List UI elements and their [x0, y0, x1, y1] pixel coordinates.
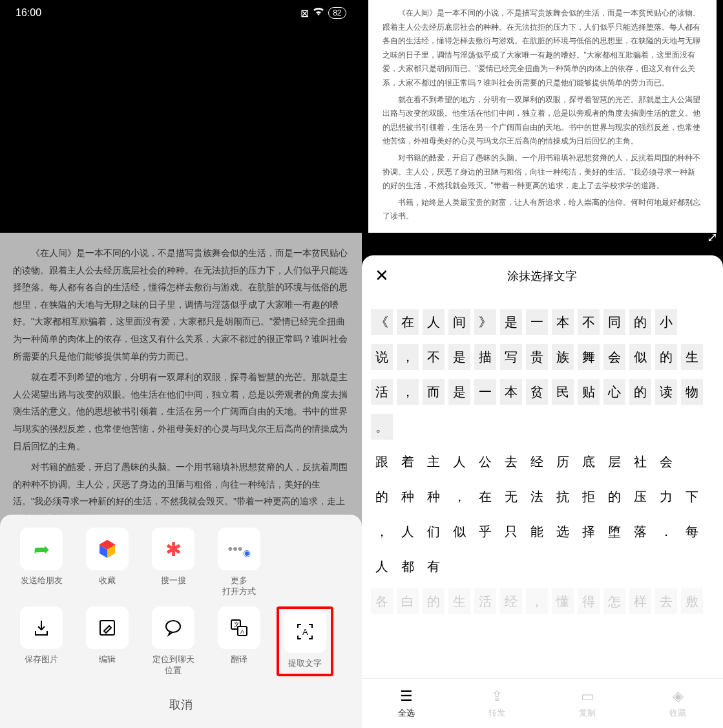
char-cell[interactable]: 人 — [448, 449, 470, 475]
char-cell[interactable]: 下 — [681, 484, 703, 509]
char-cell[interactable]: 同 — [603, 309, 625, 335]
char-cell[interactable]: 活 — [474, 588, 496, 614]
extract-text[interactable]: A 提取文字 — [277, 606, 333, 676]
char-cell[interactable]: 写 — [500, 344, 522, 370]
char-cell[interactable]: 历 — [552, 449, 574, 475]
char-cell[interactable]: 似 — [448, 519, 470, 544]
char-cell[interactable]: 主 — [423, 449, 445, 475]
char-cell[interactable]: 拒 — [578, 484, 600, 509]
char-cell[interactable]: 读 — [655, 379, 677, 405]
char-cell[interactable]: ， — [448, 484, 470, 509]
char-cell[interactable]: 贴 — [578, 379, 600, 405]
char-cell[interactable]: 都 — [397, 553, 419, 579]
char-cell[interactable]: 各 — [371, 588, 393, 614]
char-cell[interactable]: 人 — [397, 519, 419, 544]
more-open-with[interactable]: •••◉ 更多 打开方式 — [211, 528, 267, 597]
char-cell[interactable]: 着 — [397, 449, 419, 475]
char-cell[interactable]: ， — [371, 519, 393, 544]
char-cell[interactable]: 种 — [397, 484, 419, 509]
char-cell[interactable]: 白 — [397, 588, 419, 614]
char-cell[interactable]: 会 — [655, 449, 677, 475]
char-cell[interactable]: 在 — [397, 309, 419, 335]
char-cell[interactable]: 人 — [423, 309, 445, 335]
char-cell[interactable]: 是 — [448, 344, 470, 370]
translate[interactable]: 文A 翻译 — [211, 606, 267, 676]
char-cell[interactable]: 本 — [500, 379, 522, 405]
share-to-friend[interactable]: ➦ 发送给朋友 — [13, 528, 70, 597]
expand-icon[interactable]: ⤢ — [707, 230, 718, 245]
close-icon[interactable]: ✕ — [375, 266, 389, 286]
forward-button[interactable]: ⇪ 转发 — [452, 688, 542, 719]
char-cell[interactable]: 经 — [500, 588, 522, 614]
char-cell[interactable]: 堕 — [603, 519, 625, 544]
char-cell[interactable]: 抗 — [552, 484, 574, 509]
char-cell[interactable]: 贵 — [526, 344, 548, 370]
char-cell[interactable]: 会 — [603, 344, 625, 370]
char-cell[interactable]: 社 — [629, 449, 651, 475]
char-cell[interactable]: 间 — [448, 309, 470, 335]
char-cell[interactable]: 描 — [474, 344, 496, 370]
favorite-button[interactable]: ◈ 收藏 — [633, 688, 723, 719]
search[interactable]: ✱ 搜一搜 — [145, 528, 202, 597]
char-cell[interactable]: 懂 — [552, 588, 574, 614]
char-selection-grid[interactable]: 《在人间》是一本不同的小说，不是描写贵族舞会似的生活，而是一本贫民贴心的读物。 … — [362, 296, 724, 678]
char-cell[interactable]: 的 — [629, 309, 651, 335]
char-cell[interactable]: 的 — [629, 379, 651, 405]
char-cell[interactable]: 们 — [423, 519, 445, 544]
char-cell[interactable]: 。 — [371, 414, 393, 440]
char-cell[interactable]: ． — [655, 519, 677, 544]
char-cell[interactable]: 不 — [578, 309, 600, 335]
char-cell[interactable]: 择 — [578, 519, 600, 544]
char-cell[interactable]: 法 — [526, 484, 548, 509]
char-cell[interactable]: 去 — [500, 449, 522, 475]
char-cell[interactable]: 》 — [474, 309, 496, 335]
char-cell[interactable]: 的 — [371, 484, 393, 509]
char-cell[interactable]: 得 — [578, 588, 600, 614]
char-cell[interactable]: 只 — [500, 519, 522, 544]
char-cell[interactable]: 在 — [474, 484, 496, 509]
char-cell[interactable]: ， — [397, 344, 419, 370]
char-cell[interactable]: 种 — [423, 484, 445, 509]
char-cell[interactable]: 不 — [423, 344, 445, 370]
char-cell[interactable]: 经 — [526, 449, 548, 475]
char-cell[interactable]: ， — [397, 379, 419, 405]
char-cell[interactable]: 落 — [629, 519, 651, 544]
char-cell[interactable]: 活 — [371, 379, 393, 405]
char-cell[interactable]: 生 — [448, 588, 470, 614]
char-cell[interactable]: 小 — [655, 309, 677, 335]
char-cell[interactable]: 跟 — [371, 449, 393, 475]
char-cell[interactable]: 的 — [655, 344, 677, 370]
char-cell[interactable]: 压 — [629, 484, 651, 509]
char-cell[interactable]: 选 — [552, 519, 574, 544]
char-cell[interactable]: 似 — [629, 344, 651, 370]
char-cell[interactable]: 一 — [474, 379, 496, 405]
char-cell[interactable]: 的 — [603, 484, 625, 509]
char-cell[interactable]: 舞 — [578, 344, 600, 370]
char-cell[interactable]: 民 — [552, 379, 574, 405]
char-cell[interactable]: 《 — [371, 309, 393, 335]
char-cell[interactable]: 贫 — [526, 379, 548, 405]
select-all-button[interactable]: ☰ 全选 — [362, 688, 452, 719]
favorite[interactable]: 收藏 — [79, 528, 136, 597]
char-cell[interactable]: 无 — [500, 484, 522, 509]
char-cell[interactable]: 本 — [552, 309, 574, 335]
char-cell[interactable]: 说 — [371, 344, 393, 370]
char-cell[interactable]: 样 — [629, 588, 651, 614]
char-cell[interactable]: 人 — [371, 553, 393, 579]
char-cell[interactable]: 族 — [552, 344, 574, 370]
char-cell[interactable]: 的 — [423, 588, 445, 614]
char-cell[interactable]: 去 — [655, 588, 677, 614]
char-cell[interactable]: 怎 — [603, 588, 625, 614]
copy-button[interactable]: ▭ 复制 — [542, 688, 633, 719]
char-cell[interactable]: 公 — [474, 449, 496, 475]
locate-in-chat[interactable]: 定位到聊天 位置 — [145, 606, 202, 676]
save-image[interactable]: 保存图片 — [13, 606, 70, 676]
char-cell[interactable]: 生 — [681, 344, 703, 370]
char-cell[interactable]: 是 — [448, 379, 470, 405]
char-cell[interactable]: 一 — [526, 309, 548, 335]
char-cell[interactable]: 能 — [526, 519, 548, 544]
char-cell[interactable]: 底 — [578, 449, 600, 475]
char-cell[interactable]: 敷 — [681, 588, 703, 614]
char-cell[interactable]: 层 — [603, 449, 625, 475]
char-cell[interactable]: 物 — [681, 379, 703, 405]
